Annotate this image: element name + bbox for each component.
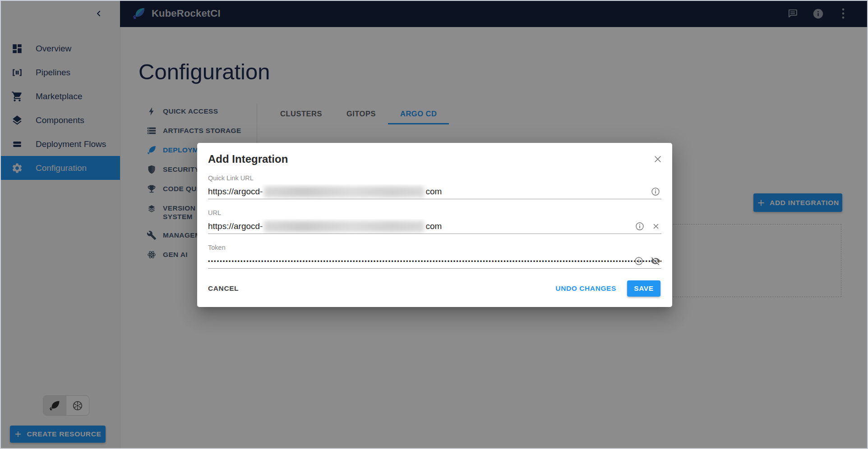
token-input[interactable]: ••••••••••••••••••••••••••••••••••••••••… [208, 254, 661, 269]
close-icon [653, 154, 663, 164]
dialog-title: Add Integration [208, 153, 288, 165]
undo-changes-button[interactable]: UNDO CHANGES [551, 281, 621, 296]
redacted-url-segment [264, 186, 424, 197]
field-label: Quick Link URL [208, 174, 661, 182]
cancel-button[interactable]: CANCEL [203, 281, 243, 296]
url-prefix: https://argocd- [208, 187, 263, 197]
url-suffix: com [425, 187, 442, 197]
token-field: Token ••••••••••••••••••••••••••••••••••… [208, 244, 661, 269]
url-prefix: https://argocd- [208, 221, 263, 231]
dialog-close-button[interactable] [651, 152, 665, 166]
clear-field-icon[interactable] [651, 222, 660, 231]
dialog-actions: CANCEL UNDO CHANGES SAVE [208, 280, 660, 297]
quick-link-url-input[interactable]: https://argocd- com [208, 184, 661, 199]
visibility-off-icon[interactable] [651, 256, 660, 266]
info-adornment-icon[interactable] [635, 221, 645, 231]
add-integration-dialog: Add Integration Quick Link URL https://a… [197, 143, 672, 307]
quick-link-url-field: Quick Link URL https://argocd- com [208, 174, 661, 199]
info-adornment-icon[interactable] [634, 256, 644, 266]
field-label: Token [208, 244, 661, 251]
url-suffix: com [425, 221, 442, 231]
url-input[interactable]: https://argocd- com [208, 219, 661, 234]
info-adornment-icon[interactable] [651, 187, 660, 197]
field-label: URL [208, 209, 661, 216]
url-field: URL https://argocd- com [208, 209, 661, 234]
redacted-url-segment [264, 221, 424, 232]
save-button[interactable]: SAVE [627, 280, 660, 297]
